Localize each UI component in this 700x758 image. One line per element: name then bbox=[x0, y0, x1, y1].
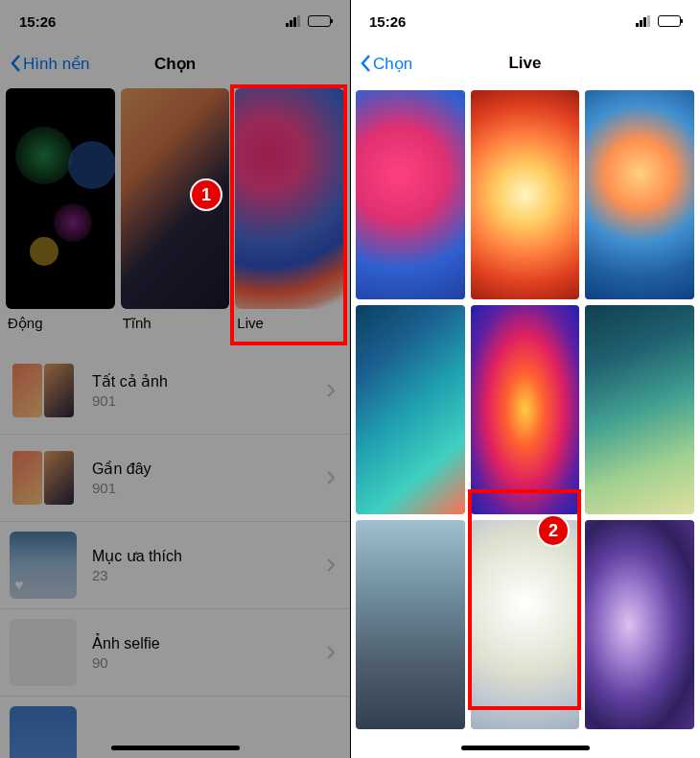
heart-icon: ♥ bbox=[14, 577, 24, 594]
album-thumb: ♥ bbox=[10, 532, 77, 599]
screen-live-wallpapers: 15:26 Chọn Live bbox=[350, 0, 700, 758]
category-static[interactable]: Tĩnh bbox=[121, 88, 230, 338]
chevron-right-icon bbox=[327, 558, 335, 572]
wallpaper-item[interactable] bbox=[356, 90, 465, 299]
signal-icon bbox=[286, 15, 303, 27]
album-thumb bbox=[10, 357, 77, 424]
back-label: Hình nền bbox=[23, 54, 90, 74]
wallpaper-item[interactable] bbox=[585, 520, 694, 729]
annotation-badge-1: 1 bbox=[190, 178, 222, 211]
category-label: Động bbox=[6, 309, 115, 338]
chevron-left-icon bbox=[360, 54, 371, 73]
chevron-right-icon bbox=[327, 646, 335, 659]
category-label: Tĩnh bbox=[121, 309, 230, 337]
wallpaper-item-selected[interactable] bbox=[471, 520, 580, 729]
back-label: Chọn bbox=[373, 54, 412, 74]
category-label: Live bbox=[235, 309, 344, 337]
navigation-bar: Hình nền Chọn bbox=[0, 42, 350, 84]
status-icons bbox=[636, 15, 681, 27]
wallpaper-item[interactable] bbox=[356, 520, 465, 729]
page-title: Live bbox=[508, 54, 541, 73]
screen-divider bbox=[350, 0, 351, 758]
wallpaper-categories: Động Tĩnh Live bbox=[0, 88, 350, 338]
album-count: 901 bbox=[92, 392, 312, 409]
chevron-right-icon bbox=[327, 471, 335, 485]
wallpaper-item[interactable] bbox=[585, 90, 694, 299]
wallpaper-grid bbox=[350, 84, 700, 735]
back-button[interactable]: Hình nền bbox=[10, 54, 90, 74]
album-name: Mục ưa thích bbox=[92, 547, 312, 565]
album-name: Ảnh selfie bbox=[92, 634, 312, 652]
album-count: 901 bbox=[92, 480, 312, 496]
album-count: 23 bbox=[92, 567, 312, 583]
wallpaper-item[interactable] bbox=[356, 305, 465, 514]
status-bar: 15:26 bbox=[0, 0, 350, 42]
wallpaper-item[interactable] bbox=[471, 305, 580, 514]
chevron-right-icon bbox=[327, 384, 335, 397]
category-thumb-dynamic bbox=[6, 88, 115, 309]
category-thumb-live bbox=[235, 88, 344, 309]
wallpaper-item[interactable] bbox=[471, 90, 580, 299]
album-all-photos[interactable]: Tất cả ảnh 901 bbox=[0, 347, 350, 435]
annotation-badge-2: 2 bbox=[537, 514, 570, 547]
album-name: Gần đây bbox=[92, 460, 312, 478]
album-name: Tất cả ảnh bbox=[92, 372, 312, 391]
status-icons bbox=[286, 15, 331, 27]
category-live[interactable]: Live bbox=[235, 88, 344, 338]
album-list: Tất cả ảnh 901 Gần đây 901 ♥ Mục ưa thíc… bbox=[0, 347, 350, 758]
status-time: 15:26 bbox=[369, 13, 406, 30]
home-indicator[interactable] bbox=[461, 746, 590, 750]
album-thumb bbox=[10, 706, 77, 758]
album-selfie[interactable]: Ảnh selfie 90 bbox=[0, 609, 350, 697]
category-dynamic[interactable]: Động bbox=[6, 88, 115, 338]
signal-icon bbox=[636, 15, 653, 27]
battery-icon bbox=[658, 15, 681, 27]
screen-choose-wallpaper: 15:26 Hình nền Chọn Động Tĩnh bbox=[0, 0, 350, 758]
page-title: Chọn bbox=[154, 54, 196, 74]
album-thumb bbox=[10, 619, 77, 686]
album-thumb bbox=[10, 444, 77, 511]
battery-icon bbox=[308, 15, 331, 27]
album-recent[interactable]: Gần đây 901 bbox=[0, 435, 350, 522]
home-indicator[interactable] bbox=[111, 746, 240, 750]
chevron-left-icon bbox=[10, 54, 21, 73]
back-button[interactable]: Chọn bbox=[360, 54, 412, 74]
album-favorites[interactable]: ♥ Mục ưa thích 23 bbox=[0, 522, 350, 609]
status-bar: 15:26 bbox=[350, 0, 700, 42]
status-time: 15:26 bbox=[19, 13, 56, 30]
wallpaper-item[interactable] bbox=[585, 305, 694, 514]
navigation-bar: Chọn Live bbox=[350, 42, 700, 84]
album-count: 90 bbox=[92, 654, 312, 671]
